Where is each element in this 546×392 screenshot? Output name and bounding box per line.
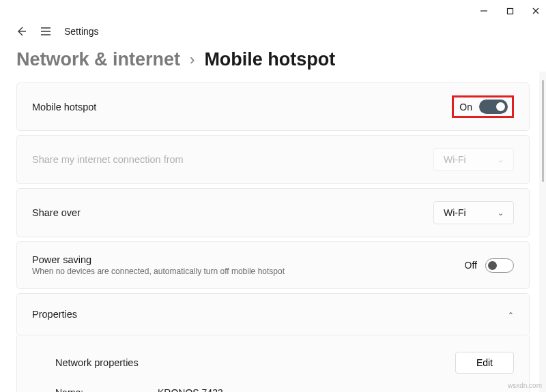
card-title: Share my internet connection from bbox=[32, 154, 184, 165]
svg-rect-1 bbox=[507, 8, 513, 14]
card-subtitle: When no devices are connected, automatic… bbox=[32, 267, 285, 276]
breadcrumb-separator: › bbox=[190, 51, 195, 69]
minimize-button[interactable] bbox=[479, 6, 489, 16]
card-power-saving: Power saving When no devices are connect… bbox=[16, 241, 530, 289]
toggle-label: Off bbox=[465, 260, 477, 271]
card-share-from: Share my internet connection from Wi-Fi … bbox=[16, 135, 530, 184]
close-button[interactable] bbox=[531, 6, 541, 16]
properties-panel: Network properties Edit Name: KRONOS 743… bbox=[16, 335, 530, 392]
share-over-dropdown[interactable]: Wi-Fi ⌄ bbox=[433, 201, 514, 224]
maximize-button[interactable] bbox=[505, 6, 515, 16]
property-row-name: Name: KRONOS 7433 bbox=[55, 383, 514, 392]
power-saving-toggle[interactable] bbox=[485, 258, 514, 273]
property-key: Name: bbox=[55, 387, 96, 392]
watermark: wsxdn.com bbox=[508, 382, 542, 389]
chevron-down-icon: ⌄ bbox=[498, 155, 504, 164]
property-value: KRONOS 7433 bbox=[158, 387, 223, 392]
dropdown-value: Wi-Fi bbox=[444, 207, 466, 218]
card-mobile-hotspot: Mobile hotspot On bbox=[16, 82, 530, 131]
breadcrumb-current: Mobile hotspot bbox=[204, 49, 335, 70]
highlight-annotation: On bbox=[452, 95, 514, 118]
chevron-down-icon: ⌄ bbox=[498, 209, 504, 217]
chevron-up-icon: ⌄ bbox=[508, 310, 514, 319]
card-title: Properties bbox=[32, 309, 77, 320]
card-title: Share over bbox=[32, 207, 81, 218]
share-from-dropdown[interactable]: Wi-Fi ⌄ bbox=[433, 148, 514, 171]
card-share-over: Share over Wi-Fi ⌄ bbox=[16, 188, 530, 237]
dropdown-value: Wi-Fi bbox=[444, 154, 466, 165]
edit-button[interactable]: Edit bbox=[455, 352, 514, 374]
properties-heading: Network properties bbox=[55, 357, 139, 368]
toggle-label: On bbox=[459, 102, 472, 112]
menu-button[interactable] bbox=[40, 25, 52, 37]
card-title: Mobile hotspot bbox=[32, 102, 96, 112]
app-name: Settings bbox=[64, 26, 99, 37]
mobile-hotspot-toggle[interactable] bbox=[479, 100, 508, 114]
back-button[interactable] bbox=[15, 25, 27, 37]
breadcrumb: Network & internet › Mobile hotspot bbox=[0, 41, 546, 82]
card-title: Power saving bbox=[32, 254, 285, 265]
breadcrumb-parent[interactable]: Network & internet bbox=[16, 49, 180, 70]
card-properties[interactable]: Properties ⌄ bbox=[16, 293, 530, 335]
